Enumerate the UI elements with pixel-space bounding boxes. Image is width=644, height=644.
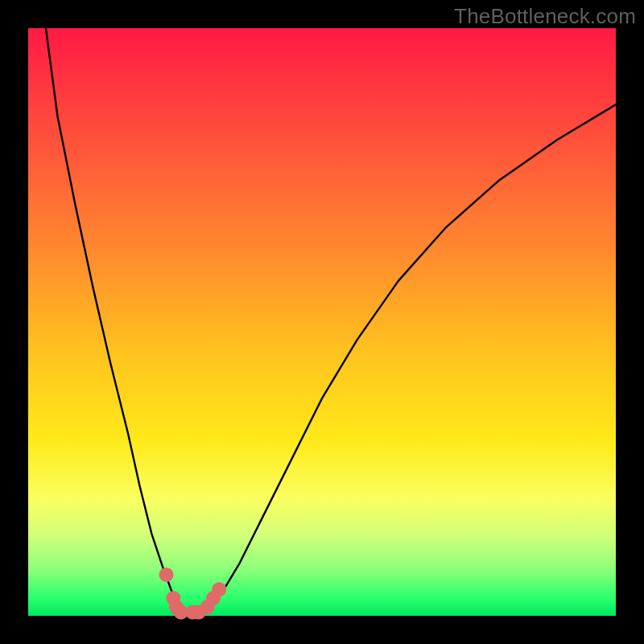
attribution-text: TheBottleneck.com <box>454 4 636 29</box>
curve-markers <box>159 568 227 620</box>
point-1 <box>159 568 174 582</box>
chart-svg <box>28 28 616 616</box>
plot-area <box>28 28 616 616</box>
bottleneck-curve <box>46 28 616 613</box>
chart-frame: TheBottleneck.com <box>0 0 644 644</box>
point-9 <box>212 582 226 597</box>
